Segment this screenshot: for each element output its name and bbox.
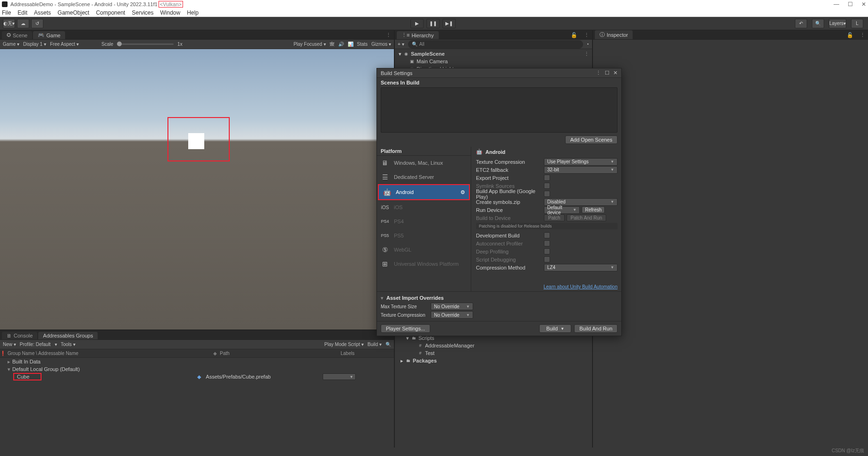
vsync-icon[interactable]: 📊 (348, 42, 353, 47)
new-dropdown[interactable]: New ▾ (3, 342, 16, 347)
refresh-button[interactable]: Refresh (582, 206, 605, 213)
run-device-dropdown[interactable]: Default device▼ (544, 206, 580, 214)
header-labels[interactable]: Labels (341, 351, 354, 356)
mute-icon[interactable]: 🕸 (330, 42, 334, 47)
game-dropdown[interactable]: Game ▾ (3, 42, 19, 47)
playmode-dropdown[interactable]: Play Mode Script ▾ (325, 342, 364, 347)
build-and-run-button[interactable]: Build And Run (574, 324, 618, 333)
folder-icon: 🖿 (405, 358, 411, 363)
inspector-menu-icon[interactable]: ⋮ (857, 31, 868, 39)
platform-ps4[interactable]: PS4PS4 (377, 214, 471, 228)
script-debug-checkbox (544, 256, 550, 262)
game-view[interactable] (0, 49, 394, 329)
max-texture-dropdown[interactable]: No Override▼ (431, 303, 473, 310)
etc2-dropdown[interactable]: 32-bit▼ (544, 166, 618, 174)
texture-compression-dropdown[interactable]: Use Player Settings▼ (544, 158, 618, 166)
tab-console[interactable]: 🗎 Console (2, 332, 37, 339)
tab-inspector[interactable]: ⓘ Inspector (595, 30, 633, 39)
audio-icon[interactable]: 🔊 (338, 42, 344, 47)
play-button[interactable]: ▶ (410, 19, 424, 28)
menu-assets[interactable]: Assets (34, 9, 51, 16)
android-icon: 🤖 (383, 188, 391, 196)
player-settings-button[interactable]: Player Settings... (381, 324, 430, 333)
proj-test[interactable]: #Test (395, 349, 592, 357)
history-button[interactable]: ↺ (31, 19, 43, 28)
export-project-checkbox[interactable] (544, 175, 550, 181)
ps4-icon: PS4 (381, 217, 389, 226)
scenes-list[interactable] (381, 87, 618, 133)
menu-file[interactable]: File (2, 9, 11, 16)
pause-button[interactable]: ❚❚ (426, 19, 440, 28)
menu-services[interactable]: Services (132, 9, 153, 16)
menu-component[interactable]: Component (96, 9, 125, 16)
maximize-icon[interactable]: ☐ (848, 1, 853, 8)
compression-dropdown[interactable]: LZ4▼ (544, 264, 618, 271)
proj-packages[interactable]: ▸🖿Packages (395, 357, 592, 364)
gizmos-dropdown[interactable]: Gizmos ▾ (371, 42, 391, 47)
header-path[interactable]: Path (220, 351, 341, 356)
tab-game[interactable]: 🎮Game (33, 31, 65, 39)
aab-checkbox[interactable] (544, 191, 550, 197)
row-default-group[interactable]: ▾Default Local Group (Default) (0, 365, 394, 373)
menu-help[interactable]: Help (187, 9, 199, 16)
scale-slider[interactable] (117, 43, 174, 45)
platform-windows[interactable]: 🖥Windows, Mac, Linux (377, 156, 471, 170)
addr-search-icon[interactable]: 🔍 (385, 342, 391, 347)
dev-build-checkbox[interactable] (544, 232, 550, 238)
ios-icon: iOS (381, 203, 389, 211)
tab-hierarchy[interactable]: ⋮≡ Hierarchy (397, 31, 439, 39)
search-button[interactable]: 🔍 (812, 19, 824, 28)
hierarchy-lock-icon[interactable]: 🔓 (568, 31, 580, 39)
add-open-scenes-button[interactable]: Add Open Scenes (565, 135, 618, 144)
build-automation-link[interactable]: Learn about Unity Build Automation (543, 284, 618, 289)
aspect-dropdown[interactable]: Free Aspect ▾ (50, 42, 79, 47)
hierarchy-menu-icon[interactable]: ⋮ (581, 31, 592, 39)
platform-webgl[interactable]: ⑤WebGL (377, 243, 471, 257)
scene-row[interactable]: ▾◉SampleScene⋮ (395, 50, 592, 58)
panel-menu-icon[interactable]: ⋮ (383, 31, 394, 39)
platform-server[interactable]: ☰Dedicated Server (377, 170, 471, 184)
create-dropdown[interactable]: + ▾ (398, 42, 404, 47)
texcomp-override-dropdown[interactable]: No Override▼ (431, 311, 473, 319)
layers-dropdown[interactable]: Layers ▾ (829, 19, 846, 28)
hierarchy-filter-icon[interactable]: 🞄 (587, 42, 589, 47)
tab-scene[interactable]: ✪Scene (2, 31, 32, 39)
platform-ps5[interactable]: PS5PS5 (377, 228, 471, 243)
settings-icon[interactable]: ⚙ (460, 189, 465, 195)
notifications-icon[interactable]: ❗ (0, 351, 6, 356)
cloud-button[interactable]: ☁ (17, 19, 29, 28)
playfocused-dropdown[interactable]: Play Focused ▾ (293, 42, 326, 47)
inspector-lock-icon[interactable]: 🔓 (844, 31, 856, 39)
platform-android[interactable]: 🤖Android⚙ (379, 185, 469, 199)
menu-gameobject[interactable]: GameObject (58, 9, 89, 16)
bw-max-icon[interactable]: ☐ (605, 70, 609, 76)
menu-edit[interactable]: Edit (17, 9, 27, 16)
bw-menu-icon[interactable]: ⋮ (596, 70, 601, 76)
account-button[interactable]: ◐ 无 ▾ (3, 19, 15, 28)
header-group[interactable]: Group Name \ Addressable Name (6, 351, 213, 356)
row-cube[interactable]: Cube ◆ Assets/Prefabs/Cube.prefab ▼ (0, 373, 394, 380)
display-dropdown[interactable]: Display 1 ▾ (23, 42, 46, 47)
platform-ios[interactable]: iOSiOS (377, 200, 471, 214)
bw-close-icon[interactable]: ✕ (613, 70, 618, 76)
stats-toggle[interactable]: Stats (357, 42, 368, 47)
minimize-icon[interactable]: — (834, 1, 839, 8)
scene-menu-icon[interactable]: ⋮ (584, 51, 592, 57)
item-main-camera[interactable]: ▣Main Camera (395, 58, 592, 65)
row-builtin[interactable]: ▸Built In Data (0, 358, 394, 365)
build-dropdown[interactable]: Build ▾ (367, 342, 382, 347)
platform-uwp[interactable]: ⊞Universal Windows Platform (377, 257, 471, 271)
tab-addressables-groups[interactable]: Addressables Groups (38, 332, 98, 339)
tools-dropdown[interactable]: Tools ▾ (61, 342, 75, 347)
profile-dropdown[interactable]: Profile: Default ▾ (20, 342, 57, 347)
layout-dropdown[interactable]: L (851, 19, 863, 28)
uwp-icon: ⊞ (381, 260, 389, 268)
menu-window[interactable]: Window (160, 9, 180, 16)
step-button[interactable]: ▶❚ (442, 19, 456, 28)
hierarchy-search[interactable]: 🔍 All (408, 40, 583, 49)
labels-dropdown[interactable]: ▼ (323, 373, 356, 380)
undo-history-button[interactable]: ↶ (795, 19, 807, 28)
close-icon[interactable]: ✕ (861, 1, 866, 8)
build-button[interactable]: Build▼ (539, 324, 571, 333)
proj-addrmgr[interactable]: #AddressableManager (395, 342, 592, 349)
